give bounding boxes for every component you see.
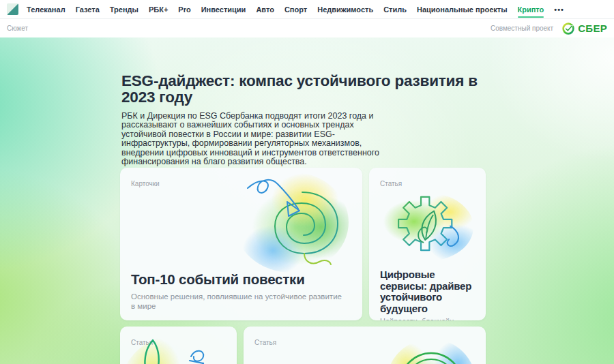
nav-item-telekanal[interactable]: Телеканал [27,5,65,14]
partner-block: Совместный проект СБЕР [491,22,607,35]
card-title: Топ-10 событий повестки [131,271,346,288]
nav-item-stil[interactable]: Стиль [383,5,407,14]
card-title: Цифровые сервисы: драйвер устойчивого бу… [380,269,475,314]
nav-item-sport[interactable]: Спорт [284,5,307,14]
card-tag: Статья [254,339,276,346]
nav-item-gazeta[interactable]: Газета [76,5,100,14]
ruble-coin-lineart [386,339,476,364]
card-article-ruble[interactable]: Статья [244,327,486,364]
sprout-arrow-illustration [120,335,237,364]
nav-more-ellipsis-icon[interactable]: ••• [554,5,564,14]
page-description: РБК и Дирекция по ESG Сбербанка подводят… [121,112,394,167]
card-digital-services[interactable]: Статья [369,168,486,320]
nav-item-kripto-active[interactable]: Крипто [518,5,544,14]
cards-row-1: Карточки [120,168,486,320]
top-navigation: Телеканал Газета Тренды РБК+ Pro Инвести… [0,0,614,19]
rbc-logo-icon[interactable] [7,3,18,15]
card-top10-events[interactable]: Карточки [120,168,362,320]
nav-item-rbc-plus[interactable]: РБК+ [149,5,168,14]
section-label: Сюжет [7,25,28,32]
sub-header: Сюжет Совместный проект СБЕР [0,19,614,37]
nav-item-nacionalnye-proekty[interactable]: Национальные проекты [417,5,508,14]
sber-wordmark: СБЕР [578,22,607,34]
gear-leaf-illustration [382,193,473,261]
nav-items: Телеканал Газета Тренды РБК+ Pro Инвести… [27,5,564,14]
nav-item-investicii[interactable]: Инвестиции [201,5,246,14]
rbc-esg-digest-page: Телеканал Газета Тренды РБК+ Pro Инвести… [0,0,614,364]
card-tag: Статья [380,180,402,187]
nav-item-nedvizhimost[interactable]: Недвижимость [317,5,373,14]
card-description: Основные решения, повлиявшие на устойчив… [131,292,346,311]
cards-row-2: Статья Статья [120,327,486,364]
ruble-coin-illustration [386,339,476,364]
spiral-arrow-lineart [234,172,349,273]
nav-item-avto[interactable]: Авто [256,5,274,14]
gear-leaf-lineart [382,193,473,261]
sprout-arrow-lineart [120,335,237,364]
card-article-sprout[interactable]: Статья [120,327,237,364]
spiral-target-arrow-illustration [234,172,349,273]
card-description: Нейросети, блокчейн, роботы и другие умн… [380,317,475,320]
card-tag: Карточки [131,180,160,187]
card-text-block: Топ-10 событий повестки Основные решения… [131,271,346,311]
partner-label: Совместный проект [491,25,553,32]
nav-item-trendy[interactable]: Тренды [110,5,138,14]
nav-item-pro[interactable]: Pro [178,5,190,14]
page-title: ESG-дайджест: компас устойчивого развити… [121,73,503,105]
cards-grid: Карточки [120,168,486,364]
sber-logo[interactable]: СБЕР [561,22,607,35]
sber-check-icon [561,22,575,35]
